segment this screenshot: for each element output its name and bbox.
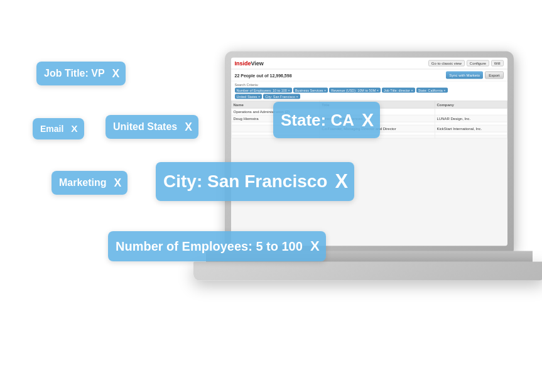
insideview-app: InsideView Go to classic view Configure … [231,58,507,246]
iv-toolbar: 22 People out of 12,996,598 Sync with Ma… [231,70,507,82]
col-company: Company [435,101,507,108]
user-btn[interactable]: Will [491,60,504,67]
marketing-label: Marketing [51,177,112,188]
job-title-close-icon[interactable]: X [110,67,126,80]
iv-header-buttons: Go to classic view Configure Will [428,60,504,67]
laptop-screen-bezel: InsideView Go to classic view Configure … [225,52,514,253]
filter-employees-tag[interactable]: Number of Employees: 10 to 100 × [235,88,292,93]
city-sf-label: City: San Francisco [156,172,332,192]
iv-header: InsideView Go to classic view Configure … [231,58,507,70]
united-states-tag[interactable]: United States X [106,115,198,139]
cell-company [435,135,507,138]
filter-state-tag[interactable]: State: California × [416,88,448,93]
go-classic-btn[interactable]: Go to classic view [428,60,465,67]
email-label: Email [33,124,68,134]
city-sf-close-icon[interactable]: X [332,170,354,193]
filter-business-tag[interactable]: Business Services × [293,88,328,93]
laptop: InsideView Go to classic view Configure … [206,52,533,353]
laptop-keyboard [193,262,543,281]
filter-us-tag[interactable]: United States × [235,94,263,99]
marketing-close-icon[interactable]: X [112,177,128,190]
job-title-tag[interactable]: Job Title: VP X [36,62,126,85]
employees-tag[interactable]: Number of Employees: 5 to 100 X [108,231,326,261]
iv-logo: InsideView [235,60,264,67]
cell-company: LUNAR Design, Inc. [435,115,507,122]
filter-tags-in-ui: Number of Employees: 10 to 100 × Busines… [235,88,504,93]
laptop-screen: InsideView Go to classic view Configure … [231,58,507,246]
cell-company [435,108,507,115]
email-tag[interactable]: Email X [33,118,84,139]
state-ca-tag[interactable]: State: CA X [273,102,380,138]
filter-tags-row2: United States × City: San Francisco × [235,94,504,99]
iv-filters: Search Criteria: Number of Employees: 10… [231,82,507,101]
marketing-tag[interactable]: Marketing X [51,171,127,195]
united-states-close-icon[interactable]: X [182,121,198,134]
filter-jobtitle-tag[interactable]: Job Title: director × [382,88,415,93]
export-btn[interactable]: Export [485,72,503,79]
job-title-label: Job Title: VP [36,68,110,79]
employees-label: Number of Employees: 5 to 100 [108,239,308,254]
people-count: 22 People out of 12,996,598 [235,73,292,77]
filter-label: Search Criteria: [235,83,504,87]
configure-btn[interactable]: Configure [467,60,489,67]
united-states-label: United States [106,121,182,133]
state-ca-label: State: CA [273,111,359,130]
action-buttons: Sync with Marketo Export [446,72,503,79]
employees-close-icon[interactable]: X [308,238,326,254]
sync-marketo-btn[interactable]: Sync with Marketo [446,72,483,79]
cell-company: KickStart International, Inc. [435,125,507,132]
scene: InsideView Go to classic view Configure … [0,0,542,392]
state-ca-close-icon[interactable]: X [359,110,380,131]
filter-city-tag[interactable]: City: San Francisco × [263,94,300,99]
email-close-icon[interactable]: X [68,123,84,134]
filter-revenue-tag[interactable]: Revenue (USD): 10M to 50M × [329,88,381,93]
city-sf-tag[interactable]: City: San Francisco X [156,162,354,201]
